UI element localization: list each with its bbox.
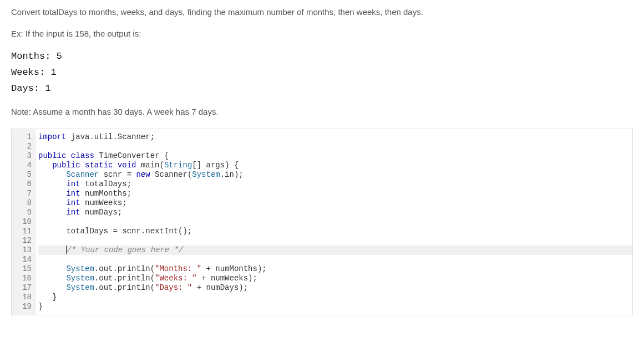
code-line[interactable] xyxy=(38,217,632,227)
code-line[interactable]: System.out.println("Days: " + numDays); xyxy=(38,283,632,293)
code-line[interactable] xyxy=(38,142,632,151)
note-text: Note: Assume a month has 30 days. A week… xyxy=(11,107,633,116)
code-line[interactable]: System.out.println("Weeks: " + numWeeks)… xyxy=(38,274,632,283)
code-line[interactable]: public static void main(String[] args) { xyxy=(38,161,632,170)
code-line[interactable]: int numDays; xyxy=(38,208,632,217)
line-number: 9 xyxy=(14,208,32,217)
code-line[interactable] xyxy=(38,255,632,264)
code-line[interactable]: public class TimeConverter { xyxy=(38,151,632,161)
code-line-active[interactable]: /* Your code goes here */ xyxy=(38,246,632,255)
code-line[interactable]: int totalDays; xyxy=(38,180,632,189)
line-number-gutter: 12345678910111213141516171819 xyxy=(12,129,36,315)
code-line[interactable]: int numMonths; xyxy=(38,189,632,198)
line-number: 17 xyxy=(14,283,32,293)
line-number: 2 xyxy=(14,142,32,151)
line-number: 15 xyxy=(14,264,32,274)
code-line[interactable]: totalDays = scnr.nextInt(); xyxy=(38,227,632,236)
code-area[interactable]: import java.util.Scanner; public class T… xyxy=(36,129,632,315)
line-number: 1 xyxy=(14,132,32,142)
line-number: 3 xyxy=(14,151,32,161)
code-line[interactable]: } xyxy=(38,302,632,311)
code-line[interactable]: Scanner scnr = new Scanner(System.in); xyxy=(38,170,632,180)
line-number: 6 xyxy=(14,180,32,189)
line-number: 5 xyxy=(14,170,32,180)
line-number: 7 xyxy=(14,189,32,198)
line-number: 10 xyxy=(14,217,32,227)
example-intro: Ex: If the input is 158, the output is: xyxy=(11,28,633,40)
line-number: 12 xyxy=(14,236,32,246)
code-line[interactable] xyxy=(38,236,632,246)
code-line[interactable]: } xyxy=(38,293,632,302)
code-line[interactable]: import java.util.Scanner; xyxy=(38,132,632,142)
line-number: 16 xyxy=(14,274,32,283)
instruction-text: Convert totalDays to months, weeks, and … xyxy=(11,6,633,19)
line-number: 8 xyxy=(14,198,32,208)
line-number: 18 xyxy=(14,293,32,302)
line-number: 4 xyxy=(14,161,32,170)
line-number: 13 xyxy=(14,246,32,255)
line-number: 19 xyxy=(14,302,32,311)
line-number: 14 xyxy=(14,255,32,264)
exercise-container: Convert totalDays to months, weeks, and … xyxy=(0,0,644,326)
code-line[interactable]: int numWeeks; xyxy=(38,198,632,208)
example-output: Months: 5 Weeks: 1 Days: 1 xyxy=(11,49,633,97)
code-editor[interactable]: 12345678910111213141516171819 import jav… xyxy=(11,129,633,315)
line-number: 11 xyxy=(14,227,32,236)
code-line[interactable]: System.out.println("Months: " + numMonth… xyxy=(38,264,632,274)
